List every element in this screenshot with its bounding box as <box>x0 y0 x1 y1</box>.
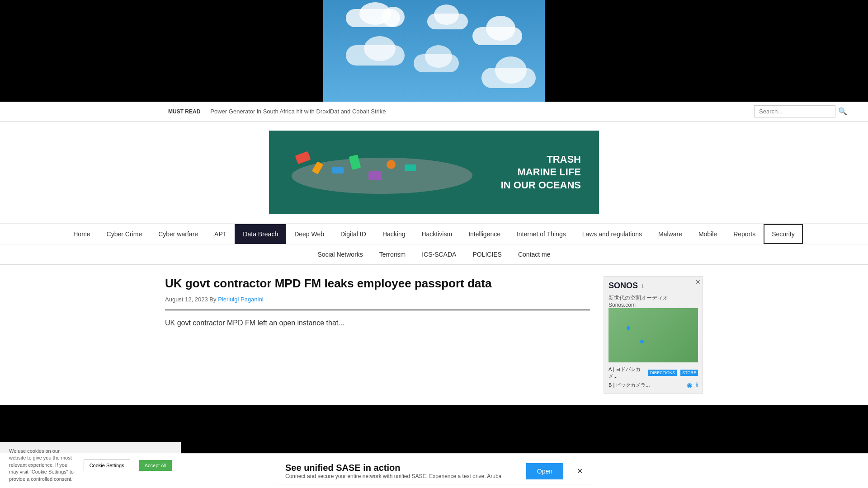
sidebar-ad-content: SONOS ℹ 新世代の空間オーディオ Sonos.com A | ヨドバシカメ… <box>604 277 703 393</box>
location-a: A | ヨドバシカメ... DIRECTIONS STORE <box>609 366 698 380</box>
search-container: 🔍 <box>754 105 850 117</box>
cloud-low2-top <box>425 45 452 68</box>
main-content: UK govt contractor MPD FM leaks employee… <box>0 265 868 405</box>
store-button-a[interactable]: STORE <box>680 370 698 376</box>
cloud-top2 <box>382 7 405 27</box>
bottom-ad-text-block: See unified SASE in action Connect and s… <box>285 463 517 479</box>
cloud-mid-top <box>434 5 459 25</box>
bottom-ad-open-button[interactable]: Open <box>526 463 563 479</box>
sky-banner <box>323 0 545 102</box>
cloud-low1-top <box>364 36 396 61</box>
nav-security[interactable]: Security <box>764 224 803 244</box>
bottom-ad-subtitle: Connect and secure your entire network w… <box>285 473 517 479</box>
map-pin-a <box>627 326 630 330</box>
sidebar-ad-locations: A | ヨドバシカメ... DIRECTIONS STORE B | ビックカメ… <box>609 366 698 389</box>
ad-text-line3: IN OUR OCEANS <box>501 179 581 192</box>
fish-item7 <box>405 164 416 171</box>
bottom-ad-title: See unified SASE in action <box>285 463 517 473</box>
search-input[interactable] <box>754 105 835 117</box>
map-overlay <box>609 308 698 362</box>
sidebar-ad-close-button[interactable]: ✕ <box>695 278 701 286</box>
article-date: August 12, 2023 <box>165 296 208 303</box>
directions-button-a[interactable]: DIRECTIONS <box>648 370 677 376</box>
sidebar-ad-brand: SONOS ℹ <box>609 281 698 291</box>
nav-policies[interactable]: POLICIES <box>464 244 510 264</box>
location-a-actions: DIRECTIONS STORE <box>648 370 698 376</box>
nav-terrorism[interactable]: Terrorism <box>371 244 414 264</box>
article-title: UK govt contractor MPD FM leaks employee… <box>165 276 590 291</box>
sidebar-ad: ✕ SONOS ℹ 新世代の空間オーディオ Sonos.com A | ヨドバシ… <box>604 276 703 394</box>
fish-item6 <box>387 160 396 169</box>
nav-malware[interactable]: Malware <box>650 224 690 244</box>
nav-cyber-crime[interactable]: Cyber Crime <box>99 224 151 244</box>
primary-nav: Home Cyber Crime Cyber warfare APT Data … <box>0 224 868 244</box>
fish-item1 <box>295 151 311 164</box>
must-read-text: Power Generator in South Africa hit with… <box>210 108 754 115</box>
map-pin-b <box>640 340 644 343</box>
nav-cyber-warfare[interactable]: Cyber warfare <box>150 224 206 244</box>
ad-fish-graphic <box>283 140 531 207</box>
must-read-bar: MUST READ Power Generator in South Afric… <box>0 102 868 122</box>
nav-mobile[interactable]: Mobile <box>690 224 725 244</box>
nav-contact[interactable]: Contact me <box>510 244 559 264</box>
nav-iot[interactable]: Internet of Things <box>509 224 574 244</box>
location-b-name: B | ビックカメラ... <box>609 382 650 389</box>
ad-banner-inner[interactable]: TRASH MARINE LIFE IN OUR OCEANS <box>269 131 599 214</box>
search-button[interactable]: 🔍 <box>835 105 850 117</box>
location-b-icon1: ◉ <box>687 381 692 389</box>
cookie-bar: We use cookies on our website to give yo… <box>0 442 181 488</box>
location-a-name: A | ヨドバシカメ... <box>609 366 648 380</box>
fish-item5 <box>368 171 382 180</box>
sidebar-ad-map <box>609 308 698 362</box>
cookie-text: We use cookies on our website to give yo… <box>9 448 75 483</box>
nav-intelligence[interactable]: Intelligence <box>460 224 509 244</box>
ad-banner-section: TRASH MARINE LIFE IN OUR OCEANS <box>0 122 868 223</box>
location-b: B | ビックカメラ... ◉ ℹ <box>609 381 698 389</box>
must-read-label: MUST READ <box>163 107 206 117</box>
article-teaser: UK govt contractor MPD FM left an open i… <box>165 317 590 329</box>
location-b-actions: ◉ ℹ <box>687 381 698 389</box>
cloud-low3-top <box>495 56 527 84</box>
ad-text-line2: MARINE LIFE <box>501 166 581 179</box>
accept-all-button[interactable]: Accept All <box>139 460 172 471</box>
navigation: Home Cyber Crime Cyber warfare APT Data … <box>0 223 868 265</box>
nav-laws[interactable]: Laws and regulations <box>574 224 650 244</box>
nav-social-networks[interactable]: Social Networks <box>309 244 371 264</box>
article-by: By <box>209 296 218 303</box>
nav-home[interactable]: Home <box>65 224 98 244</box>
bottom-ad-close-button[interactable]: ✕ <box>577 467 583 475</box>
secondary-nav: Social Networks Terrorism ICS-SCADA POLI… <box>0 244 868 264</box>
location-b-icon2: ℹ <box>696 381 698 389</box>
ad-text-line1: TRASH <box>501 153 581 166</box>
cloud-right-top <box>486 16 515 41</box>
nav-deep-web[interactable]: Deep Web <box>286 224 332 244</box>
nav-data-breach[interactable]: Data Breach <box>235 224 286 244</box>
nav-apt[interactable]: APT <box>206 224 235 244</box>
cookie-settings-button[interactable]: Cookie Settings <box>84 460 130 471</box>
nav-ics-scada[interactable]: ICS-SCADA <box>414 244 464 264</box>
nav-hacking[interactable]: Hacking <box>374 224 414 244</box>
nav-reports[interactable]: Reports <box>725 224 764 244</box>
bottom-ad-content: See unified SASE in action Connect and s… <box>276 458 592 484</box>
ad-banner-text: TRASH MARINE LIFE IN OUR OCEANS <box>501 153 581 192</box>
nav-hacktivism[interactable]: Hacktivism <box>413 224 460 244</box>
article-meta: August 12, 2023 By Pierluigi Paganini <box>165 296 590 303</box>
sidebar-ad-tagline2: Sonos.com <box>609 302 698 308</box>
sidebar-ad-logo: SONOS <box>609 281 638 291</box>
fish-item3 <box>332 167 344 174</box>
article-divider <box>165 310 590 310</box>
article-author[interactable]: Pierluigi Paganini <box>218 296 263 303</box>
info-icon: ℹ <box>642 283 644 289</box>
nav-digital-id[interactable]: Digital ID <box>332 224 374 244</box>
article-section: UK govt contractor MPD FM leaks employee… <box>165 276 590 394</box>
sidebar-ad-tagline1: 新世代の空間オーディオ <box>609 294 698 302</box>
header-banner <box>0 0 868 102</box>
